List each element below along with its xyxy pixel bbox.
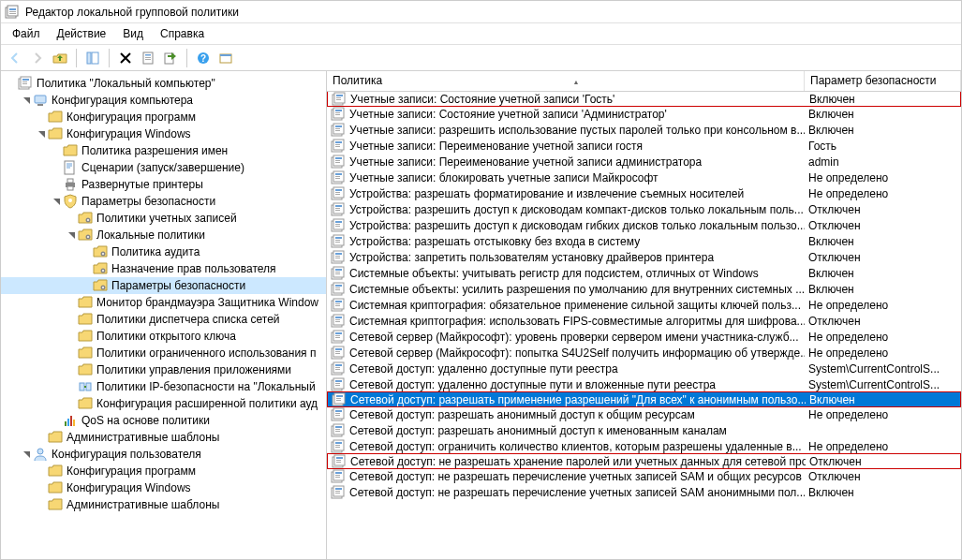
tree-item[interactable]: Политики управления приложениями	[1, 361, 326, 378]
policy-row[interactable]: Сетевой доступ: удаленно доступные пути …	[327, 376, 961, 392]
policy-row[interactable]: Системная криптография: обязательное при…	[327, 297, 961, 313]
svg-rect-97	[335, 253, 342, 255]
policy-value: Отключен	[805, 470, 961, 483]
twisty-open-icon[interactable]	[50, 195, 63, 208]
menu-file[interactable]: Файл	[5, 25, 48, 42]
policy-row[interactable]: Сетевой доступ: удаленно доступные пути …	[327, 361, 961, 376]
tree-item[interactable]: Конфигурация программ	[1, 109, 326, 125]
tree-root[interactable]: Политика "Локальный компьютер"	[1, 75, 326, 92]
policy-row[interactable]: Учетные записи: Состояние учетной записи…	[327, 106, 961, 122]
forward-button[interactable]	[27, 48, 48, 68]
policy-row[interactable]: Устройства: разрешить доступ к дисковода…	[327, 201, 961, 217]
tree-item[interactable]: Сценарии (запуск/завершение)	[1, 159, 326, 176]
policy-row[interactable]: Сетевой доступ: не разрешать хранение па…	[327, 453, 961, 469]
policy-row[interactable]: Сетевой доступ: не разрешать перечислени…	[327, 484, 961, 500]
tree-item[interactable]: Политика разрешения имен	[1, 142, 326, 159]
policy-row[interactable]: Системные объекты: усилить разрешения по…	[327, 281, 961, 297]
policy-row[interactable]: Сетевой доступ: разрешать анонимный дост…	[327, 422, 961, 438]
policy-item-icon	[331, 346, 346, 361]
tree-item[interactable]: Развернутые принтеры	[1, 176, 326, 193]
tree-item[interactable]: Политики IP-безопасности на "Локальный	[1, 378, 326, 395]
tree-item[interactable]: Политики диспетчера списка сетей	[1, 311, 326, 328]
policy-row[interactable]: Учетные записи: Переименование учетной з…	[327, 138, 961, 154]
policy-row[interactable]: Системные объекты: учитывать регистр для…	[327, 265, 961, 281]
policy-row[interactable]: Учетные записи: разрешить использование …	[327, 122, 961, 138]
svg-rect-172	[335, 488, 342, 490]
list-body[interactable]: Учетные записи: Состояние учетной записи…	[327, 92, 961, 559]
policy-label: Устройства: разрешать отстыковку без вхо…	[349, 235, 640, 248]
delete-button[interactable]	[115, 48, 136, 68]
policy-row[interactable]: Сетевой доступ: разрешать анонимный дост…	[327, 406, 961, 422]
svg-rect-129	[335, 353, 340, 354]
policy-label: Сетевой доступ: разрешать применение раз…	[350, 393, 806, 406]
svg-rect-138	[335, 383, 340, 384]
policy-row[interactable]: Системная криптография: использовать FIP…	[327, 313, 961, 329]
folder-icon	[48, 126, 63, 141]
menu-action[interactable]: Действие	[50, 25, 114, 42]
tree-item[interactable]: Монитор брандмауэра Защитника Window	[1, 294, 326, 311]
tree-item[interactable]: Конфигурация программ	[1, 463, 326, 479]
properties-button[interactable]	[138, 48, 158, 68]
tree-item[interactable]: Административные шаблоны	[1, 496, 326, 513]
tree-item[interactable]: Назначение прав пользователя	[1, 260, 326, 277]
tree-item[interactable]: QoS на основе политики	[1, 412, 326, 429]
tree-item[interactable]: Конфигурация компьютера	[1, 92, 326, 109]
policy-row[interactable]: Сетевой сервер (Майкрософт): попытка S4U…	[327, 345, 961, 361]
tree-item[interactable]: Политики учетных записей	[1, 210, 326, 227]
policy-value: System\CurrentControlS...	[805, 378, 961, 391]
policy-row[interactable]: Учетные записи: блокировать учетные запи…	[327, 169, 961, 185]
show-hide-tree-button[interactable]	[82, 48, 103, 68]
policy-row[interactable]: Устройства: разрешать отстыковку без вхо…	[327, 233, 961, 249]
menu-view[interactable]: Вид	[115, 25, 151, 42]
policy-row[interactable]: Учетные записи: Состояние учетной записи…	[327, 92, 961, 107]
col-header-param[interactable]: Параметр безопасности	[805, 71, 961, 91]
twisty-open-icon[interactable]	[35, 127, 48, 140]
tree-item[interactable]: Политика аудита	[1, 243, 326, 260]
back-button[interactable]	[5, 48, 25, 68]
folder-icon	[78, 312, 93, 327]
policy-row[interactable]: Устройства: разрешать форматирование и и…	[327, 185, 961, 201]
svg-rect-83	[335, 208, 340, 209]
twisty-none	[50, 161, 63, 174]
twisty-open-icon[interactable]	[20, 94, 33, 107]
policy-row[interactable]: Устройства: запретить пользователям уста…	[327, 249, 961, 265]
tree-item[interactable]: Конфигурация Windows	[1, 479, 326, 496]
svg-rect-64	[335, 146, 340, 147]
policy-item-icon	[331, 202, 346, 217]
toolbar-extra-button[interactable]	[215, 48, 236, 68]
svg-point-31	[87, 236, 89, 238]
policy-row[interactable]: Сетевой доступ: ограничить количество кл…	[327, 438, 961, 454]
policy-row[interactable]: Учетные записи: Переименование учетной з…	[327, 154, 961, 169]
svg-rect-144	[336, 400, 341, 401]
tree-item[interactable]: Параметры безопасности	[1, 193, 326, 210]
tree-item[interactable]: Политики ограниченного использования п	[1, 345, 326, 361]
tree-item[interactable]: Конфигурация расширенной политики ауд	[1, 395, 326, 412]
svg-rect-137	[335, 380, 342, 382]
tree-item[interactable]: Конфигурация Windows	[1, 125, 326, 142]
col-header-policy[interactable]: Политика ▲	[327, 71, 805, 91]
policy-row[interactable]: Устройства: разрешить доступ к дисковода…	[327, 217, 961, 233]
tree-item-label: Сценарии (запуск/завершение)	[81, 161, 244, 174]
twisty-open-icon[interactable]	[65, 228, 78, 242]
policy-item-icon	[332, 454, 347, 469]
tree-item[interactable]: Конфигурация пользователя	[1, 446, 326, 463]
policy-value: Включен	[806, 93, 960, 106]
svg-rect-21	[35, 96, 46, 103]
tree-item[interactable]: Политики открытого ключа	[1, 328, 326, 345]
help-button[interactable]: ?	[193, 48, 214, 68]
twisty-open-icon[interactable]	[20, 448, 33, 461]
tree-item[interactable]: Административные шаблоны	[1, 429, 326, 446]
svg-rect-124	[335, 337, 340, 338]
svg-rect-127	[335, 348, 342, 350]
export-list-button[interactable]	[160, 48, 181, 68]
svg-point-35	[102, 270, 104, 272]
policy-row[interactable]: Сетевой сервер (Майкрософт): уровень про…	[327, 329, 961, 345]
tree-pane[interactable]: Политика "Локальный компьютер"Конфигурац…	[1, 71, 327, 559]
tree-item[interactable]: Параметры безопасности	[1, 277, 326, 294]
up-button[interactable]	[50, 48, 70, 68]
svg-rect-94	[335, 242, 340, 243]
tree-item[interactable]: Локальные политики	[1, 227, 326, 243]
policy-row[interactable]: Сетевой доступ: разрешать применение раз…	[327, 391, 961, 407]
policy-row[interactable]: Сетевой доступ: не разрешать перечислени…	[327, 468, 961, 484]
menu-help[interactable]: Справка	[153, 25, 212, 42]
